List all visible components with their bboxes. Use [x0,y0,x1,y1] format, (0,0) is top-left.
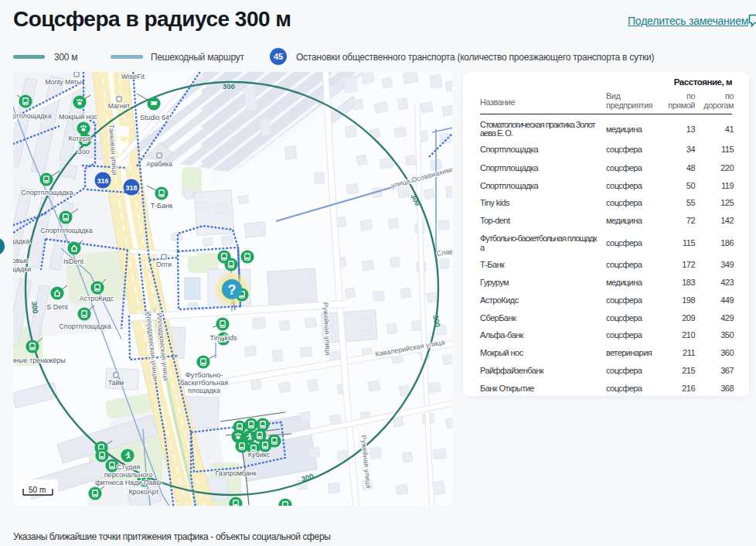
svg-text:фитнеса Нади Павы: фитнеса Нади Павы [95,479,162,486]
svg-text:WiseFit: WiseFit [121,73,145,80]
svg-text:300: 300 [30,301,40,314]
svg-text:АстроКидс: АстроКидс [80,295,114,302]
svg-text:Спортплощадка: Спортплощадка [13,112,52,120]
svg-text:ровые: ровые [13,257,29,264]
svg-text:Тайм: Тайм [108,379,124,387]
svg-text:?: ? [228,282,237,298]
svg-text:Спортплощадка: Спортплощадка [21,189,73,196]
svg-text:Спортплощадка: Спортплощадка [40,227,92,234]
svg-text:Tiny kids: Tiny kids [209,334,237,342]
svg-text:Зоо: Зоо [77,148,89,155]
svg-text:щадки: щадки [13,265,31,273]
svg-text:ичные тренажёры: ичные тренажёры [13,357,66,364]
svg-text:Футбольно-: Футбольно- [186,371,223,379]
svg-text:Monty Мяты: Monty Мяты [45,78,81,86]
svg-text:Газпромбанк: Газпромбанк [215,469,256,477]
svg-text:300: 300 [223,82,235,90]
svg-text:50 m: 50 m [29,486,46,494]
svg-text:Спортплощадка: Спортплощадка [59,322,111,330]
svg-text:S Dent: S Dent [46,303,68,311]
svg-text:Студия: Студия [117,463,140,471]
svg-text:КрокоАрт: КрокоАрт [128,488,158,496]
svg-text:Т-Банк: Т-Банк [151,202,172,210]
svg-text:316: 316 [97,177,108,185]
svg-text:баскетбольная: баскетбольная [180,379,228,387]
svg-text:щадка: щадка [13,237,29,245]
svg-text:318: 318 [125,184,137,192]
svg-text:персонального: персонального [104,471,152,479]
svg-text:Котера: Котера [68,135,90,142]
svg-text:Опти: Опти [156,261,172,268]
svg-text:Мокрый нос: Мокрый нос [59,113,98,121]
svg-text:Studio 64: Studio 64 [140,114,169,121]
svg-text:Кубикс: Кубикс [248,451,271,459]
svg-text:Арабика: Арабика [146,160,172,168]
svg-text:IsDent: IsDent [63,258,84,265]
svg-text:площадка: площадка [188,387,220,394]
svg-text:Магнит: Магнит [108,102,130,110]
